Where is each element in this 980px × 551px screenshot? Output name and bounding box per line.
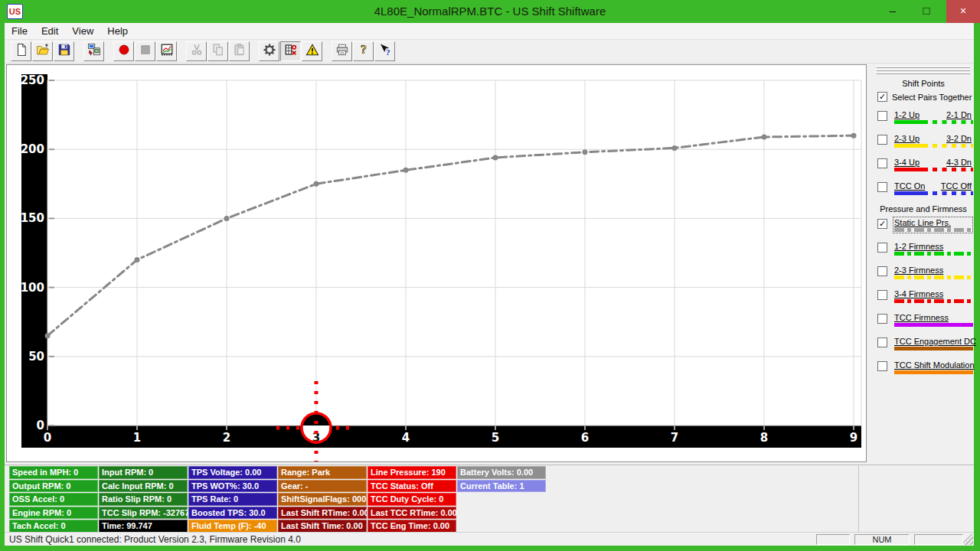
telemetry-cell-last-shift-time: Last Shift Time: 0.00 [278, 520, 367, 533]
checkbox-select-pairs-together[interactable]: ✓ [877, 92, 887, 102]
help-button[interactable]: ? [353, 41, 374, 61]
svg-text:250: 250 [21, 73, 44, 87]
telemetry-cell-gear: Gear: - [278, 480, 367, 493]
legend-sample-1-2-firmness[interactable]: 1-2 Firmness [893, 241, 972, 256]
label-2-1-dn[interactable]: 2-1 Dn [946, 110, 972, 119]
label-2-3-up[interactable]: 2-3 Up [894, 134, 920, 143]
legend-sample-3-4-up[interactable]: 3-4 Up4-3 Dn [893, 157, 972, 172]
legend-row-tcc-on-tcc-off: TCC OnTCC Off [877, 181, 972, 196]
checkbox-tcc-on[interactable] [877, 182, 887, 192]
new-document-button[interactable] [11, 41, 31, 61]
legend-panel: Shift Points✓Select Pairs Together1-2 Up… [873, 64, 974, 464]
minimize-button[interactable]: – [876, 0, 910, 23]
legend-sample-1-2-up[interactable]: 1-2 Up2-1 Dn [893, 109, 972, 125]
legend-labels: TCC OnTCC Off [894, 181, 972, 191]
label-static-line-prs[interactable]: Static Line Prs. [894, 218, 951, 227]
help-icon: ? [357, 43, 371, 60]
telemetry-cell-line-pressure: Line Pressure: 190 [368, 466, 456, 479]
monitor-chart-button[interactable] [156, 41, 177, 61]
menu-edit[interactable]: Edit [34, 23, 65, 39]
chart-area[interactable]: 05010015020025001234567893 [6, 64, 867, 462]
keyboard-indicator-num: NUM [854, 534, 910, 545]
print-icon [335, 43, 349, 60]
telemetry-cell-tach-accel: Tach Accel: 0 [9, 520, 98, 533]
label-4-3-dn[interactable]: 4-3 Dn [946, 158, 972, 167]
svg-text:1: 1 [133, 431, 141, 445]
menu-view[interactable]: View [65, 23, 100, 39]
print-button[interactable] [332, 41, 352, 61]
checkbox-tcc-shift-modulation[interactable] [877, 361, 887, 371]
stop-icon [139, 43, 152, 60]
legend-labels: Static Line Prs. [894, 218, 972, 227]
svg-text:9: 9 [850, 431, 858, 445]
panel-gripper-icon[interactable] [877, 66, 970, 74]
label-tcc-on[interactable]: TCC On [894, 181, 925, 191]
legend-sample-tcc-engagement-dc[interactable]: TCC Engagement DC [893, 336, 972, 351]
legend-sample-2-3-firmness[interactable]: 2-3 Firmness [893, 265, 972, 280]
maximize-button[interactable]: □ [910, 0, 943, 23]
table-setup-button[interactable] [280, 41, 301, 61]
warning-button[interactable] [302, 41, 322, 61]
checkbox-2-3-firmness[interactable] [877, 266, 887, 276]
new-document-icon [15, 43, 28, 60]
checkbox-3-4-up[interactable] [877, 158, 887, 168]
record-icon [117, 43, 131, 60]
label-3-4-firmness[interactable]: 3-4 Firmness [894, 289, 943, 298]
label-3-2-dn[interactable]: 3-2 Dn [946, 134, 972, 143]
checkbox-3-4-firmness[interactable] [877, 290, 887, 300]
titlebar: US 4L80E_NormalRPM.BTC - US Shift Shiftw… [0, 0, 980, 23]
checkbox-tcc-firmness[interactable] [877, 314, 887, 324]
label-1-2-up[interactable]: 1-2 Up [894, 110, 920, 119]
checkbox-tcc-engagement-dc[interactable] [877, 337, 887, 347]
legend-labels: 1-2 Firmness [894, 242, 972, 251]
label-tcc-firmness[interactable]: TCC Firmness [894, 313, 949, 322]
menu-help[interactable]: Help [100, 23, 135, 39]
legend-row-3-4-up-4-3-dn: 3-4 Up4-3 Dn [877, 157, 972, 172]
svg-text:5: 5 [492, 431, 499, 445]
telemetry-cell-tps-voltage: TPS Voltage: 0.00 [188, 466, 277, 479]
open-file-button[interactable] [32, 41, 53, 61]
label-2-3-firmness[interactable]: 2-3 Firmness [894, 266, 943, 275]
label-3-4-up[interactable]: 3-4 Up [894, 158, 920, 167]
send-to-device-button[interactable] [83, 41, 104, 61]
label-1-2-firmness[interactable]: 1-2 Firmness [894, 242, 943, 251]
settings-gear-icon [263, 43, 276, 60]
menu-file[interactable]: File [5, 23, 34, 39]
telemetry-cell-calc-input-rpm: Calc Input RPM: 0 [99, 480, 188, 493]
context-help-icon: ? [378, 43, 392, 60]
copy-button [207, 41, 228, 61]
checkbox-2-3-up[interactable] [877, 135, 887, 145]
context-help-button[interactable]: ? [374, 41, 395, 61]
legend-sample-tcc-shift-modulation[interactable]: TCC Shift Modulation [893, 360, 972, 375]
telemetry-cell-tcc-eng-time: TCC Eng Time: 0.00 [368, 520, 456, 533]
telemetry-cell-last-tcc-rtime: Last TCC RTime: 0.00 [368, 507, 456, 520]
label-tcc-shift-modulation[interactable]: TCC Shift Modulation [894, 360, 975, 370]
telemetry-cell-input-rpm: Input RPM: 0 [99, 466, 188, 479]
label-tcc-off[interactable]: TCC Off [941, 181, 972, 191]
legend-row-3-4-firmness: 3-4 Firmness [877, 289, 972, 304]
close-button[interactable]: × [946, 0, 980, 23]
telemetry-cell-tcc-duty-cycle: TCC Duty Cycle: 0 [368, 493, 456, 506]
settings-gear-button[interactable] [259, 41, 279, 61]
legend-sample-tcc-on[interactable]: TCC OnTCC Off [893, 181, 972, 196]
label-select-pairs-together[interactable]: Select Pairs Together [892, 93, 972, 102]
legend-sample-tcc-firmness[interactable]: TCC Firmness [893, 312, 972, 328]
app-client-area: FileEditViewHelp ?? 05010015020025001234… [5, 23, 974, 546]
status-pane [816, 534, 850, 545]
record-button[interactable] [113, 41, 134, 61]
legend-labels: TCC Shift Modulation [894, 360, 972, 370]
telemetry-cell-current-table: Current Table: 1 [457, 480, 546, 493]
legend-labels: 2-3 Firmness [894, 266, 972, 275]
checkbox-static-line-prs[interactable]: ✓ [877, 219, 887, 229]
legend-sample-2-3-up[interactable]: 2-3 Up3-2 Dn [893, 133, 972, 148]
telemetry-cell-oss-accel: OSS Accel: 0 [9, 493, 98, 506]
open-file-icon [36, 43, 50, 60]
checkbox-1-2-up[interactable] [877, 111, 887, 121]
save-button[interactable] [54, 41, 74, 61]
label-tcc-engagement-dc[interactable]: TCC Engagement DC [894, 337, 976, 346]
telemetry-cell-tps-rate: TPS Rate: 0 [188, 493, 277, 506]
legend-sample-static-line-prs[interactable]: Static Line Prs. [893, 217, 972, 233]
legend-sample-3-4-firmness[interactable]: 3-4 Firmness [893, 289, 972, 304]
checkbox-1-2-firmness[interactable] [877, 243, 887, 253]
resize-grip-icon[interactable] [962, 534, 973, 545]
